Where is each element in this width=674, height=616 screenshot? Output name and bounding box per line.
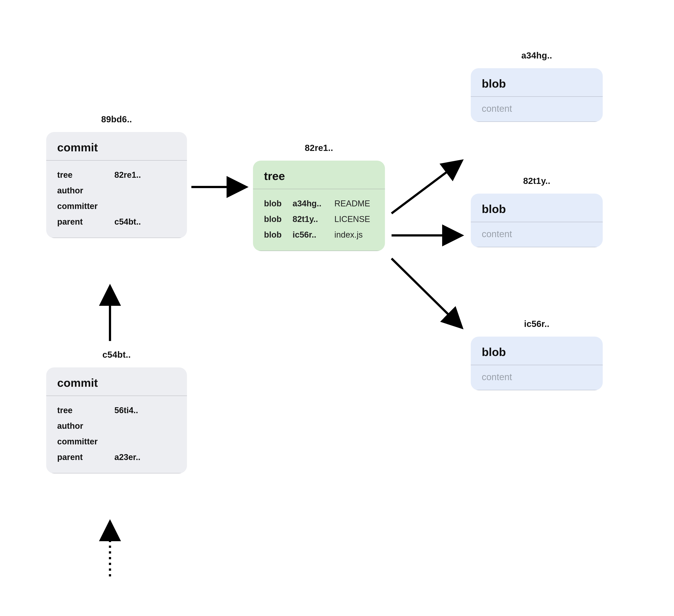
blob-b-title: blob xyxy=(471,194,603,222)
blob-a-hash-label: a34hg.. xyxy=(471,50,603,61)
tree-row-hash: a34hg.. xyxy=(293,199,334,208)
tree-row: blob 82t1y.. LICENSE xyxy=(264,211,374,227)
commit-row: parent a23er.. xyxy=(57,449,176,465)
tree-row-type: blob xyxy=(264,214,293,224)
row-key: committer xyxy=(57,202,101,211)
commit-row: committer xyxy=(57,434,176,449)
row-val: c54bt.. xyxy=(114,217,141,227)
tree-row: blob ic56r.. index.js xyxy=(264,227,374,243)
row-val: 82re1.. xyxy=(114,170,141,180)
commit-bottom-box: commit tree 56ti4.. author committer par… xyxy=(46,368,187,474)
tree-row-name: index.js xyxy=(334,230,363,239)
tree-row: blob a34hg.. README xyxy=(264,196,374,211)
commit-row: author xyxy=(57,418,176,434)
arrow-tree-to-blob-c xyxy=(391,259,462,328)
tree-row-name: README xyxy=(334,199,370,208)
blob-c-hash-label: ic56r.. xyxy=(471,319,603,329)
tree-row-name: LICENSE xyxy=(334,214,370,224)
tree-row-type: blob xyxy=(264,199,293,208)
tree-row-hash: 82t1y.. xyxy=(293,214,334,224)
commit-top-title: commit xyxy=(46,132,187,160)
tree-body: blob a34hg.. README blob 82t1y.. LICENSE… xyxy=(253,189,385,251)
commit-row: committer xyxy=(57,198,176,214)
tree-row-type: blob xyxy=(264,230,293,239)
commit-row: author xyxy=(57,183,176,198)
blob-a-box: blob content xyxy=(471,68,603,122)
blob-c-title: blob xyxy=(471,337,603,365)
tree-box: tree blob a34hg.. README blob 82t1y.. LI… xyxy=(253,161,385,251)
commit-top-body: tree 82re1.. author committer parent c54… xyxy=(46,160,187,238)
commit-row: parent c54bt.. xyxy=(57,214,176,230)
commit-bottom-body: tree 56ti4.. author committer parent a23… xyxy=(46,396,187,474)
blob-c-content: content xyxy=(482,372,592,382)
blob-a-content: content xyxy=(482,103,592,114)
commit-bottom-title: commit xyxy=(46,368,187,396)
row-val: a23er.. xyxy=(114,452,140,462)
row-key: committer xyxy=(57,437,101,446)
tree-title: tree xyxy=(253,161,385,189)
arrow-tree-to-blob-a xyxy=(391,161,462,213)
tree-hash-label: 82re1.. xyxy=(253,143,385,153)
blob-c-box: blob content xyxy=(471,337,603,390)
blob-a-body: content xyxy=(471,96,603,122)
row-key: author xyxy=(57,186,101,195)
blob-b-content: content xyxy=(482,229,592,239)
commit-row: tree 56ti4.. xyxy=(57,403,176,418)
blob-b-box: blob content xyxy=(471,194,603,247)
blob-b-hash-label: 82t1y.. xyxy=(471,176,603,186)
row-key: parent xyxy=(57,452,101,462)
commit-top-box: commit tree 82re1.. author committer par… xyxy=(46,132,187,238)
blob-c-body: content xyxy=(471,365,603,390)
row-key: tree xyxy=(57,170,101,180)
row-key: tree xyxy=(57,406,101,415)
blob-a-title: blob xyxy=(471,68,603,96)
commit-top-hash-label: 89bd6.. xyxy=(46,114,187,124)
row-val: 56ti4.. xyxy=(114,406,138,415)
tree-row-hash: ic56r.. xyxy=(293,230,334,239)
commit-bottom-hash-label: c54bt.. xyxy=(46,350,187,360)
commit-row: tree 82re1.. xyxy=(57,167,176,183)
row-key: parent xyxy=(57,217,101,227)
row-key: author xyxy=(57,421,101,431)
blob-b-body: content xyxy=(471,222,603,247)
